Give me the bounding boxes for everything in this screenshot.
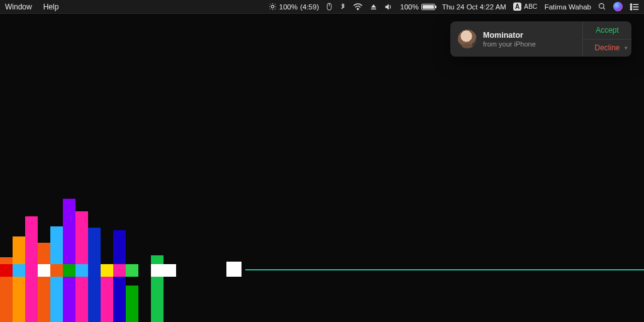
music-visualizer <box>0 14 644 322</box>
username[interactable]: Fatima Wahab <box>545 3 591 11</box>
marker-block <box>164 264 176 277</box>
svg-line-5 <box>603 8 605 9</box>
brightness-pct: 100% <box>279 3 297 11</box>
input-source[interactable]: A ABC <box>513 3 538 11</box>
svg-point-4 <box>599 4 604 9</box>
input-badge: A <box>513 3 521 11</box>
svg-point-8 <box>630 6 631 7</box>
visualizer-bars <box>0 133 189 322</box>
notification-center-icon[interactable] <box>630 3 639 11</box>
menubar: Window Help 100% (4:59) 100% Thu 24 Oct … <box>0 0 644 14</box>
bluetooth-icon[interactable] <box>340 3 346 11</box>
siri-icon[interactable] <box>613 2 623 11</box>
battery-status[interactable]: 100% <box>400 3 435 11</box>
brightness-icon <box>269 3 277 11</box>
svg-point-6 <box>630 4 631 5</box>
volume-icon[interactable] <box>384 3 393 11</box>
playhead <box>226 262 242 277</box>
brightness-status[interactable]: 100% (4:59) <box>269 3 319 11</box>
svg-point-10 <box>630 8 631 9</box>
wifi-icon[interactable] <box>353 3 363 11</box>
svg-point-0 <box>271 5 274 8</box>
input-label: ABC <box>524 3 537 10</box>
search-icon[interactable] <box>598 3 606 11</box>
mouse-icon[interactable] <box>326 3 333 11</box>
datetime[interactable]: Thu 24 Oct 4:22 AM <box>442 3 506 11</box>
battery-icon <box>421 4 435 10</box>
menu-window[interactable]: Window <box>5 3 32 11</box>
brightness-time: (4:59) <box>300 3 319 11</box>
waveform-line <box>245 269 644 270</box>
visualizer-stripe <box>0 264 189 277</box>
eject-icon[interactable] <box>370 3 377 11</box>
battery-pct: 100% <box>400 3 418 11</box>
svg-point-3 <box>357 8 358 9</box>
menu-help[interactable]: Help <box>43 3 59 11</box>
